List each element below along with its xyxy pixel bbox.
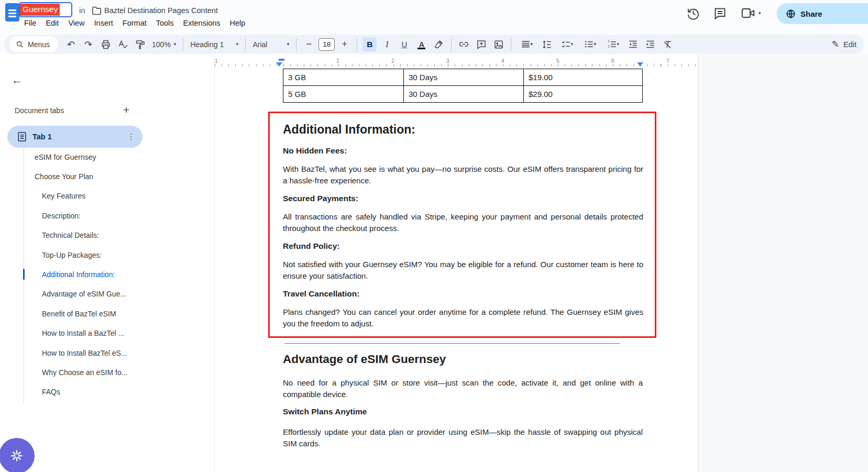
outline-item[interactable]: Benefit of BazTel eSIM: [0, 304, 214, 323]
table-cell[interactable]: $29.00: [524, 86, 642, 102]
section-heading[interactable]: Additional Information:: [283, 123, 643, 137]
add-tab-button[interactable]: +: [123, 104, 129, 116]
numbered-list-button[interactable]: 12 ▾: [603, 37, 623, 51]
menu-file[interactable]: File: [19, 17, 41, 29]
menu-format[interactable]: Format: [118, 17, 151, 29]
outline-item[interactable]: Key Features: [0, 186, 214, 206]
insert-link-button[interactable]: [457, 37, 471, 51]
pricing-table[interactable]: 3 GB30 Days$19.005 GB30 Days$29.00: [283, 69, 643, 103]
underline-button[interactable]: U: [397, 37, 411, 51]
undo-button[interactable]: ↶: [64, 37, 78, 51]
checklist-button[interactable]: ▾: [557, 37, 577, 51]
table-cell[interactable]: 3 GB: [283, 69, 404, 85]
outline-item[interactable]: Technical Details:: [0, 226, 214, 245]
toolbar-divider: [296, 38, 296, 51]
section-paragraph[interactable]: Not satisfied with your Guernsey eSIM? Y…: [283, 259, 643, 281]
menu-view[interactable]: View: [63, 17, 89, 29]
back-arrow-icon[interactable]: ←: [12, 74, 23, 86]
table-cell[interactable]: $19.00: [524, 69, 642, 85]
section-paragraph[interactable]: Plans changed? You can cancel your order…: [283, 306, 643, 329]
advantage-heading[interactable]: Advantage of eSIM Guernsey: [283, 353, 446, 366]
paragraph-style-select[interactable]: Heading 1 ▾: [187, 40, 241, 49]
outline-item-label: Benefit of BazTel eSIM: [42, 310, 116, 318]
gemini-button[interactable]: [0, 438, 35, 472]
paint-format-icon[interactable]: [133, 37, 147, 51]
add-comment-button[interactable]: [474, 37, 488, 51]
comments-icon[interactable]: [713, 6, 727, 20]
increase-indent-button[interactable]: [643, 37, 657, 51]
decrease-font-size-button[interactable]: −: [302, 37, 316, 51]
insert-image-button[interactable]: [491, 37, 506, 51]
font-select[interactable]: Arial ▾: [249, 40, 292, 49]
advantage-intro-paragraph[interactable]: No need for a physical SIM or store visi…: [283, 377, 643, 400]
search-icon: [16, 40, 24, 49]
line-spacing-button[interactable]: [540, 37, 554, 51]
tab-options-icon[interactable]: ⋮: [127, 132, 135, 141]
table-cell[interactable]: 5 GB: [283, 86, 404, 102]
mode-label: Edit: [843, 40, 856, 49]
outline-item-label: Description:: [42, 212, 81, 220]
tab-item-tab1[interactable]: Tab 1 ⋮: [7, 126, 142, 148]
bold-button[interactable]: B: [362, 37, 377, 51]
redo-button[interactable]: ↷: [81, 37, 95, 51]
section-subheading[interactable]: Travel Cancellation:: [283, 289, 643, 299]
outline-item[interactable]: FAQs: [0, 382, 214, 402]
text-color-button[interactable]: A: [414, 37, 428, 51]
section-paragraph[interactable]: With BazTel, what you see is what you pa…: [283, 163, 643, 186]
switch-plans-subheading[interactable]: Switch Plans Anytime: [283, 407, 367, 416]
outline-item[interactable]: How to Install a BazTel ...: [0, 324, 214, 343]
share-button[interactable]: Share: [777, 3, 868, 24]
outline-item[interactable]: Top-Up Packages:: [0, 245, 214, 265]
outline-item[interactable]: How to Install BazTel eS...: [0, 343, 214, 363]
folder-icon[interactable]: [92, 6, 102, 15]
switch-plans-paragraph[interactable]: Effortlessly update your data plan or pr…: [283, 426, 643, 449]
spellcheck-button[interactable]: [116, 37, 130, 51]
decrease-indent-button[interactable]: [626, 37, 640, 51]
menu-tools[interactable]: Tools: [151, 17, 179, 29]
section-subheading[interactable]: No Hidden Fees:: [283, 146, 643, 156]
table-cell[interactable]: 30 Days: [404, 69, 524, 85]
outline-item[interactable]: eSIM for Guernsey: [0, 147, 214, 167]
meet-caret-icon[interactable]: ▾: [759, 11, 761, 16]
highlight-color-button[interactable]: [432, 37, 446, 51]
section-subheading[interactable]: Secured Payments:: [283, 194, 643, 203]
outline-item[interactable]: Advantage of eSIM Gue...: [0, 284, 214, 304]
table-cell[interactable]: 30 Days: [404, 86, 524, 102]
italic-button[interactable]: I: [380, 37, 394, 51]
outline-item[interactable]: Description:: [0, 206, 214, 225]
print-button[interactable]: [98, 37, 113, 51]
section-paragraph[interactable]: All transactions are safely handled via …: [283, 211, 643, 234]
zoom-select[interactable]: 100% ▾: [149, 40, 179, 49]
section-subheading[interactable]: Refund Policy:: [283, 242, 643, 251]
version-history-icon[interactable]: [686, 6, 700, 20]
section-item: Secured Payments:All transactions are sa…: [283, 194, 643, 234]
table-row: 3 GB30 Days$19.00: [283, 69, 642, 86]
section-body: No Hidden Fees:With BazTel, what you see…: [283, 146, 643, 329]
left-indent-marker[interactable]: [276, 62, 282, 67]
highlighted-section[interactable]: Additional Information: No Hidden Fees:W…: [268, 112, 656, 338]
docs-logo-icon[interactable]: [5, 3, 19, 21]
document-canvas: 11234567 3 GB30 Days$19.005 GB30 Days$29…: [215, 54, 868, 472]
google-docs-app: Guernsey in Baztel Destination Pages Con…: [0, 0, 868, 472]
align-button[interactable]: ▾: [517, 37, 536, 51]
menu-insert[interactable]: Insert: [90, 17, 118, 29]
menu-help[interactable]: Help: [225, 17, 250, 29]
clear-formatting-button[interactable]: [661, 37, 675, 51]
font-size-input[interactable]: 18: [318, 38, 335, 51]
doc-title-input[interactable]: Guernsey: [19, 2, 72, 17]
bulleted-list-button[interactable]: ▾: [580, 37, 600, 51]
document-page[interactable]: 11234567 3 GB30 Days$19.005 GB30 Days$29…: [215, 54, 698, 472]
font-caret-icon: ▾: [287, 42, 290, 47]
first-line-indent-marker[interactable]: [279, 59, 284, 61]
right-indent-marker[interactable]: [637, 62, 643, 67]
outline-item[interactable]: Why Choose an eSIM fo...: [0, 363, 214, 382]
outline-item[interactable]: Choose Your Plan: [0, 167, 214, 186]
menu-extensions[interactable]: Extensions: [179, 17, 225, 29]
meet-video-icon[interactable]: ▾: [741, 6, 761, 20]
menus-search-button[interactable]: Menus: [9, 36, 58, 52]
editing-mode-select[interactable]: ✎ Edit: [832, 39, 859, 50]
menu-edit[interactable]: Edit: [41, 17, 63, 29]
folder-name[interactable]: Baztel Destination Pages Content: [104, 6, 218, 15]
outline-item[interactable]: Additional Information:: [0, 265, 214, 284]
increase-font-size-button[interactable]: +: [337, 37, 351, 51]
